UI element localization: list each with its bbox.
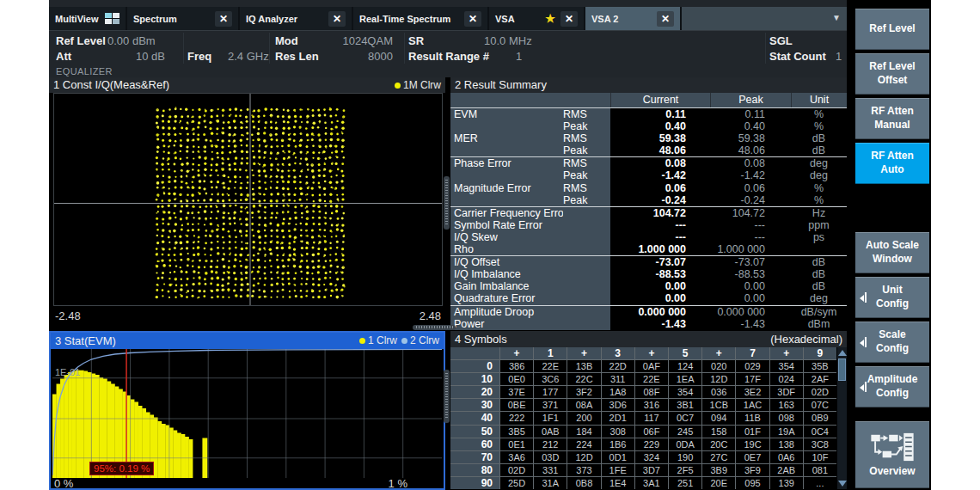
softkey-rf-atten-auto[interactable]: RF Atten Auto: [855, 143, 929, 184]
window-stat-evm-titlebar[interactable]: 3 Stat(EVM) 1 Clrw2 Clrw: [51, 333, 444, 349]
softkey-sidebar: Ref LevelRef Level OffsetRF Atten Manual…: [847, 0, 931, 490]
tab-overflow-icon[interactable]: ▼: [832, 13, 841, 22]
window-const-iq-title: 1 Const I/Q(Meas&Ref): [53, 77, 169, 93]
softkey-ref-level-offset[interactable]: Ref Level Offset: [855, 53, 929, 95]
percentile-marker-label: 95%: 0.19 %: [89, 462, 154, 475]
symbols-column-header: 7: [736, 347, 769, 359]
symbol-cell: 12D: [567, 451, 600, 463]
result-param-name: Carrier Frequency Error: [450, 207, 563, 219]
channel-setting-stat_count[interactable]: Stat Count1: [769, 50, 826, 64]
result-peak-value: ---: [710, 219, 791, 231]
symbols-column-header: 1: [534, 347, 567, 359]
close-tab-icon[interactable]: ✕: [215, 11, 232, 27]
symbol-cell: 308: [602, 426, 634, 438]
window-result-summary-titlebar[interactable]: 2 Result Summary: [450, 77, 847, 93]
symbol-cell: 245: [669, 426, 701, 438]
x-axis-max-label: 1 %: [389, 477, 407, 490]
symbol-cell: 0AB: [534, 426, 567, 438]
window-symbols-titlebar[interactable]: 4 Symbols (Hexadecimal): [450, 331, 847, 347]
channel-setting-sgl[interactable]: SGL: [769, 34, 793, 49]
result-unit: deg: [791, 169, 847, 181]
symbols-scrollbar[interactable]: [836, 347, 847, 489]
symbol-cell: 0C4: [804, 426, 836, 438]
symbol-cell: 024: [770, 373, 803, 385]
trace-legend-entry[interactable]: 1 Clrw: [359, 333, 397, 349]
softkey-overview[interactable]: Overview: [855, 421, 929, 488]
result-param-type: [563, 268, 610, 280]
symbol-cell: 029: [736, 360, 769, 372]
tab-label: Real-Time Spectrum: [359, 14, 450, 24]
submenu-arrow-icon: [860, 382, 867, 392]
softkey-unit-config[interactable]: Unit Config: [855, 277, 929, 318]
symbol-cell: 354: [669, 386, 701, 398]
trace-legend-entry[interactable]: 2 Clrw: [401, 333, 439, 349]
symbols-column-header: 3: [602, 347, 634, 359]
result-unit: %: [791, 182, 847, 194]
result-param-type: [563, 318, 610, 330]
tab-real-time-spectrum[interactable]: Real-Time Spectrum✕: [353, 7, 487, 30]
symbol-cell: 324: [635, 451, 668, 463]
channel-bar-divider: [765, 33, 766, 64]
channel-setting-mod[interactable]: Mod1024QAM: [275, 34, 298, 49]
result-row: Power-1.43-1.43dBm: [450, 318, 847, 330]
trace-legend-entry[interactable]: 1M Clrw: [395, 77, 441, 93]
close-tab-icon[interactable]: ✕: [328, 11, 346, 27]
tab-vsa[interactable]: VSA★✕: [489, 7, 584, 30]
symbol-cell: 1CB: [702, 399, 735, 411]
result-unit: dB/sym: [791, 306, 847, 318]
channel-setting-result_range[interactable]: Result Range #1: [408, 50, 489, 64]
result-row: MERRMS59.3859.38dB: [450, 132, 847, 144]
tab-iq-analyzer[interactable]: IQ Analyzer✕: [240, 7, 352, 30]
symbol-cell: 020: [702, 360, 735, 372]
constellation-plot[interactable]: [53, 93, 443, 306]
result-current-value: 48.06: [610, 144, 710, 156]
splitter-handle-vertical[interactable]: [444, 370, 450, 423]
window-const-iq-titlebar[interactable]: 1 Const I/Q(Meas&Ref) 1M Clrw: [49, 77, 445, 93]
softkey-rf-atten-manual[interactable]: RF Atten Manual: [855, 98, 929, 139]
tab-multiview[interactable]: MultiView: [49, 7, 126, 30]
softkey-scale-config[interactable]: Scale Config: [855, 322, 929, 363]
result-param-name: Magnitude Error: [450, 182, 563, 194]
splitter-handle-horizontal[interactable]: [413, 325, 456, 330]
symbol-cell: 20C: [702, 438, 735, 450]
page-background: MultiViewSpectrum✕IQ Analyzer✕Real-Time …: [0, 0, 980, 490]
tab-vsa-2[interactable]: VSA 2✕: [585, 7, 680, 30]
softkey-label: Unit Config: [876, 284, 909, 310]
close-tab-icon[interactable]: ✕: [464, 11, 481, 27]
scrollbar-thumb[interactable]: [838, 358, 846, 381]
channel-setting-freq[interactable]: Freq2.4 GHz: [187, 50, 211, 64]
softkey-auto-scale-window[interactable]: Auto Scale Window: [855, 232, 929, 273]
symbol-cell: 1E4: [602, 477, 634, 489]
close-tab-icon[interactable]: ✕: [657, 11, 674, 27]
symbol-cell: 20E: [702, 477, 735, 489]
result-unit: [791, 243, 847, 255]
channel-setting-res_len[interactable]: Res Len8000: [275, 50, 319, 64]
channel-setting-ref_level[interactable]: Ref Level0.00 dBm: [56, 34, 106, 49]
result-param-type: [563, 292, 610, 304]
symbols-row-label: 40: [450, 412, 499, 424]
evm-histogram-plot[interactable]: 1E-01 95%: 0.19 %: [52, 349, 442, 478]
channel-setting-att[interactable]: Att10 dB: [56, 50, 71, 64]
softkey-ref-level[interactable]: Ref Level: [855, 9, 929, 50]
splitter-handle-vertical[interactable]: [444, 176, 450, 230]
result-current-value: -1.42: [610, 169, 710, 181]
result-current-value: 59.38: [610, 132, 710, 144]
symbol-cell: ...: [804, 477, 836, 489]
submenu-arrow-icon: [860, 337, 867, 347]
channel-setting-sr[interactable]: SR10.0 MHz: [408, 34, 424, 49]
symbol-cell: 2AF: [804, 373, 836, 385]
scroll-down-icon[interactable]: [838, 481, 847, 487]
softkey-amplitude-config[interactable]: Amplitude Config: [855, 366, 929, 407]
symbol-cell: 251: [669, 477, 701, 489]
tab-spectrum[interactable]: Spectrum✕: [127, 7, 238, 30]
symbol-cell: 2AB: [770, 464, 803, 476]
symbols-column-header: +: [567, 347, 600, 359]
result-param-type: [563, 207, 610, 219]
channel-setting-value: 10.0 MHz: [484, 34, 532, 47]
softkey-label: Scale Config: [876, 328, 909, 355]
symbol-cell: 3D7: [635, 464, 668, 476]
close-tab-icon[interactable]: ✕: [560, 11, 578, 27]
symbol-cell: 01F: [736, 426, 769, 438]
scroll-up-icon[interactable]: [838, 350, 847, 356]
symbol-cell: 163: [770, 399, 803, 411]
